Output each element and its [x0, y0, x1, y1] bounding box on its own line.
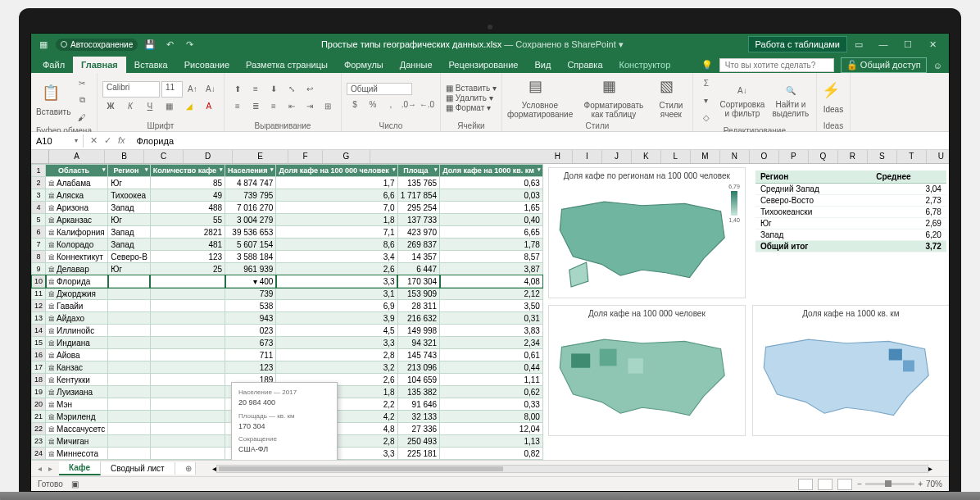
percent-icon[interactable]: % [365, 96, 381, 112]
cond-format-icon[interactable]: ▤ [529, 77, 551, 100]
close-icon[interactable]: ✕ [921, 37, 944, 52]
formula-input[interactable]: Флорида [132, 134, 949, 148]
redo-icon[interactable]: ↷ [182, 37, 197, 52]
pivot-row[interactable]: Средний Запад3,04 [755, 184, 946, 195]
tell-me-input[interactable]: Что вы хотите сделать? [719, 58, 834, 72]
tab-view[interactable]: Вид [526, 57, 559, 73]
table-row[interactable]: 7КолорадоЗапад4815 607 1548,6269 8371,78 [32, 239, 543, 251]
table-row[interactable]: 13Айдахо9433,9216 6320,31 [32, 312, 543, 325]
autosave-toggle[interactable]: Автосохранение [56, 39, 138, 51]
table-row[interactable]: 4АризонаЗапад4887 016 2707,0295 2541,65 [32, 202, 543, 214]
indent-inc-icon[interactable]: ⇥ [302, 98, 318, 115]
view-layout-button[interactable] [818, 479, 833, 490]
tab-review[interactable]: Рецензирование [441, 57, 527, 73]
number-format-select[interactable]: Общий [347, 83, 412, 95]
currency-icon[interactable]: $ [347, 96, 363, 112]
maximize-icon[interactable]: ☐ [896, 37, 919, 52]
border-button[interactable]: ▦ [161, 98, 178, 115]
view-normal-button[interactable] [798, 479, 813, 490]
table-row[interactable]: 9ДелаварЮг25961 9392,66 4473,87 [32, 263, 543, 275]
align-left-icon[interactable]: ≡ [229, 98, 246, 115]
table-row[interactable]: 10Флорида▾ 4003,3170 3044,08 [32, 275, 543, 288]
fx-icon[interactable]: fx [118, 135, 125, 146]
clear-icon[interactable]: ◇ [698, 109, 715, 125]
comma-icon[interactable]: , [383, 96, 399, 112]
table-row[interactable]: 5АрканзасЮг553 004 2791,8137 7330,40 [32, 214, 543, 226]
merge-icon[interactable]: ⊞ [320, 98, 336, 115]
wrap-icon[interactable]: ↩ [302, 81, 318, 98]
table-row[interactable]: 3АляскаТихоокеа49739 7956,61 717 8540,03 [32, 189, 543, 202]
table-row[interactable]: 8КоннектикутСеверо-В1233 588 1843,414 35… [32, 251, 543, 263]
align-center-icon[interactable]: ≣ [247, 98, 264, 115]
font-size-select[interactable]: 11 [161, 81, 183, 98]
autosum-icon[interactable]: Σ [698, 75, 715, 91]
cell-styles-icon[interactable]: ▧ [660, 77, 683, 100]
table-row[interactable]: 6КалифорнияЗапад282139 536 6537,1423 970… [32, 226, 543, 239]
sheet-nav-next[interactable]: ▸ [48, 464, 59, 473]
ideas-icon[interactable]: ⚡ [822, 81, 845, 104]
table-row[interactable]: 12Гавайи5386,928 3113,50 [32, 300, 543, 312]
view-break-button[interactable] [837, 479, 852, 490]
find-icon[interactable]: 🔍 [783, 83, 799, 99]
undo-icon[interactable]: ↶ [162, 37, 177, 52]
tab-formulas[interactable]: Формулы [336, 57, 392, 73]
delete-cells-button[interactable]: ▦ Удалить ▾ [446, 93, 497, 102]
painter-icon[interactable]: 🖌 [74, 109, 90, 125]
sheet-nav-prev[interactable]: ◂ [31, 464, 48, 473]
shrink-font-icon[interactable]: A↓ [202, 81, 219, 98]
table-row[interactable]: 11Джорджия7393,1153 9092,12 [32, 288, 543, 300]
sort-icon[interactable]: A↓ [734, 83, 751, 99]
underline-button[interactable]: Ч [142, 98, 158, 115]
align-mid-icon[interactable]: ≡ [247, 81, 264, 98]
fill-icon[interactable]: ▾ [698, 92, 715, 108]
minimize-icon[interactable]: — [872, 37, 895, 52]
horizontal-scrollbar[interactable]: ◂▸ [196, 464, 949, 473]
tab-file[interactable]: Файл [34, 57, 73, 73]
pivot-row[interactable]: Тихоокеански6,78 [755, 207, 946, 218]
share-button[interactable]: 🔓 Общий доступ [841, 57, 927, 73]
tab-design[interactable]: Конструктор [611, 57, 679, 73]
tab-layout[interactable]: Разметка страницы [238, 57, 336, 73]
font-name-select[interactable]: Calibri [102, 81, 160, 98]
table-row[interactable]: 14Иллинойс0234,5149 9983,83 [32, 325, 543, 337]
macro-record-icon[interactable]: ▣ [71, 480, 79, 489]
dec-decimal-icon[interactable]: ←.0 [419, 96, 435, 112]
chart-map-regions[interactable]: Доля кафе по регионам на 100 000 человек… [548, 167, 746, 298]
grow-font-icon[interactable]: A↑ [184, 81, 201, 98]
cancel-fx-icon[interactable]: ✕ [90, 135, 98, 146]
table-row[interactable]: 15Индиана6733,394 3212,34 [32, 337, 543, 349]
fill-color-button[interactable]: ◢ [181, 98, 197, 115]
contextual-tab-label[interactable]: Работа с таблицами [748, 36, 847, 52]
pivot-row[interactable]: Северо-Восто2,73 [755, 195, 946, 207]
font-color-button[interactable]: A [201, 98, 217, 115]
feedback-icon[interactable]: ☺ [933, 61, 942, 70]
cut-icon[interactable]: ✂ [74, 75, 90, 91]
ribbon-options-icon[interactable]: ▭ [847, 37, 870, 52]
table-row[interactable]: 16Айова7112,8145 7430,61 [32, 349, 543, 361]
accept-fx-icon[interactable]: ✓ [104, 135, 111, 146]
sheet-tab-other[interactable]: Сводный лист [101, 462, 175, 475]
paste-icon[interactable]: 📋 [42, 84, 65, 107]
copy-icon[interactable]: ⧉ [74, 92, 90, 108]
tab-help[interactable]: Справка [559, 57, 610, 73]
zoom-slider[interactable]: −+70% [857, 480, 942, 489]
table-row[interactable]: 17Канзас1233,2213 0960,44 [32, 361, 543, 374]
column-headers-right[interactable]: HIJKLMNOPQRSTU [543, 150, 949, 164]
align-bot-icon[interactable]: ⬇ [265, 81, 282, 98]
pivot-table[interactable]: РегионСреднее Средний Запад3,04Северо-Во… [752, 167, 949, 298]
format-cells-button[interactable]: ▦ Формат ▾ [446, 103, 497, 112]
chart-map-per1000km[interactable]: Доля кафе на 1000 кв. км [752, 305, 949, 436]
indent-dec-icon[interactable]: ⇤ [284, 98, 300, 115]
format-table-icon[interactable]: ▦ [602, 77, 625, 100]
italic-button[interactable]: К [122, 98, 138, 115]
table-row[interactable]: 2АлабамаЮг854 874 7471,7135 7650,63 [32, 177, 543, 189]
chart-map-per100k[interactable]: Доля кафе на 100 000 человек [548, 305, 746, 436]
align-right-icon[interactable]: ≡ [265, 98, 282, 115]
insert-cells-button[interactable]: ▦ Вставить ▾ [446, 84, 497, 93]
name-box[interactable]: A10▾ [31, 134, 84, 148]
tab-data[interactable]: Данные [392, 57, 441, 73]
tab-draw[interactable]: Рисование [176, 57, 238, 73]
pivot-row[interactable]: Юг2,69 [755, 218, 946, 230]
orientation-icon[interactable]: ⤡ [284, 81, 300, 98]
tab-insert[interactable]: Вставка [126, 57, 176, 73]
